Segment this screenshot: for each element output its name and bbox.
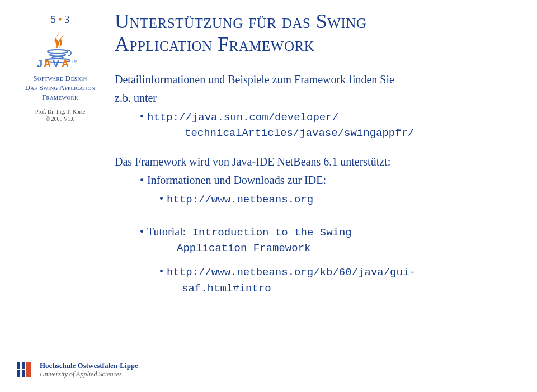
slide-num-suffix: 3 bbox=[64, 14, 69, 25]
footer-logo: Hochschule Ostwestfalen-Lippe University… bbox=[14, 360, 138, 380]
bullet-icon: • bbox=[159, 265, 163, 277]
svg-rect-10 bbox=[22, 362, 25, 369]
slide-num-bullet: • bbox=[56, 14, 64, 25]
list-item: •Informationen und Downloads zur IDE: bbox=[115, 173, 517, 188]
link-tutorial-2: saf.html#intro bbox=[159, 282, 271, 296]
slide-number: 5 • 3 bbox=[14, 14, 106, 26]
slide-num-prefix: 5 bbox=[51, 14, 56, 25]
course-line2: Das Swing Application bbox=[14, 83, 106, 93]
list-item: •http://www.netbeans.org/kb/60/java/gui-… bbox=[115, 264, 517, 296]
mid-text1: Das Framework wird von Java-IDE NetBeans… bbox=[115, 154, 517, 169]
link-tutorial-1: http://www.netbeans.org/kb/60/java/gui- bbox=[167, 266, 416, 278]
svg-rect-9 bbox=[17, 362, 20, 369]
course-line1: Software Design bbox=[14, 74, 106, 83]
link-java-sun-cont: technicalArticles/javase/swingappfr/ bbox=[140, 126, 414, 141]
svg-text:TM: TM bbox=[72, 59, 77, 63]
author-block: Prof. Dr.-Ing. T. Korte © 2008 V1.0 bbox=[14, 108, 106, 122]
bullet-icon: • bbox=[140, 174, 144, 186]
tutorial-title-2: Application Framework bbox=[140, 242, 310, 256]
course-line3: Framework bbox=[14, 93, 106, 102]
author-line2: © 2008 V1.0 bbox=[14, 115, 106, 122]
link-java-sun: http://java.sun.com/developer/ bbox=[147, 111, 338, 124]
ide-info-label: Informationen und Downloads zur IDE: bbox=[147, 174, 326, 186]
intro-line1: Detailinformationen und Beispiele zum Fr… bbox=[115, 72, 517, 87]
list-item: •Tutorial: Introduction to the Swing App… bbox=[115, 224, 517, 256]
footer-hs-sub: University of Applied Sciences bbox=[40, 370, 138, 379]
bullet-icon: • bbox=[140, 110, 144, 122]
tutorial-label: Tutorial: bbox=[147, 225, 186, 238]
svg-rect-13 bbox=[26, 362, 31, 377]
bullet-icon: • bbox=[140, 225, 144, 238]
list-item: •http://www.netbeans.org bbox=[115, 191, 517, 207]
svg-point-0 bbox=[48, 50, 68, 53]
title-line1: Unterstützung für das Swing bbox=[115, 10, 517, 33]
course-label: Software Design Das Swing Application Fr… bbox=[14, 74, 106, 102]
svg-text:J: J bbox=[37, 58, 43, 68]
footer-hs-name: Hochschule Ostwestfalen-Lippe bbox=[40, 361, 138, 370]
svg-rect-12 bbox=[22, 370, 25, 377]
link-netbeans: http://www.netbeans.org bbox=[167, 193, 313, 206]
svg-text:V: V bbox=[53, 58, 59, 68]
intro-line2: z.b. unter bbox=[115, 91, 517, 106]
title-line2: Application Framework bbox=[115, 33, 517, 56]
svg-point-1 bbox=[50, 54, 65, 56]
author-line1: Prof. Dr.-Ing. T. Korte bbox=[14, 108, 106, 115]
tutorial-title-1: Introduction to the Swing bbox=[186, 226, 351, 239]
java-logo: J A V A TM bbox=[27, 30, 94, 68]
page-title: Unterstützung für das Swing Application … bbox=[115, 10, 517, 56]
bullet-icon: • bbox=[159, 192, 163, 205]
main-content: Unterstützung für das Swing Application … bbox=[115, 10, 517, 299]
sidebar: 5 • 3 J A V A TM Software Design Das Swi… bbox=[14, 14, 106, 122]
svg-text:A: A bbox=[62, 58, 69, 68]
list-item: •http://java.sun.com/developer/ technica… bbox=[115, 109, 517, 141]
svg-text:A: A bbox=[44, 58, 51, 68]
content-body: Detailinformationen und Beispiele zum Fr… bbox=[115, 72, 517, 296]
svg-rect-11 bbox=[17, 370, 20, 377]
